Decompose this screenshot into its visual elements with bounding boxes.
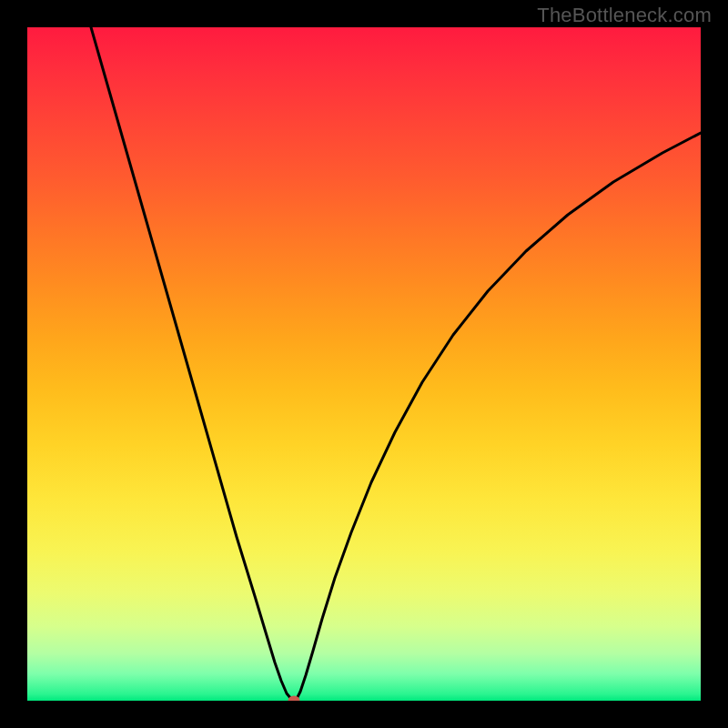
curve-svg xyxy=(27,27,701,701)
minimum-marker xyxy=(288,696,300,702)
bottleneck-curve xyxy=(91,27,701,701)
watermark-text: TheBottleneck.com xyxy=(537,4,712,27)
chart-frame: TheBottleneck.com xyxy=(0,0,728,728)
plot-area xyxy=(27,27,701,701)
